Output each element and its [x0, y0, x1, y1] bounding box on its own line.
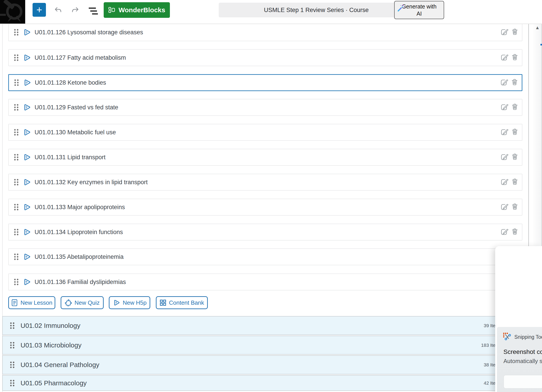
- edit-lesson-button[interactable]: [500, 53, 508, 62]
- edit-lesson-button[interactable]: [500, 103, 508, 112]
- section-row[interactable]: U01.04 General Pathology38 Items: [2, 355, 523, 374]
- edit-lesson-button[interactable]: [500, 28, 508, 37]
- edit-icon: [500, 153, 508, 161]
- wonderblocks-button[interactable]: WonderBlocks: [104, 2, 170, 18]
- edit-icon: [500, 53, 508, 61]
- drag-handle-icon[interactable]: [14, 79, 19, 86]
- snipping-tool-toast[interactable]: Snipping Tool Screenshot copied Automati…: [497, 327, 542, 392]
- toast-title: Screenshot copied: [504, 348, 542, 355]
- trash-icon: [510, 202, 519, 211]
- toast-screenshot-preview[interactable]: [504, 375, 542, 389]
- list-view-button[interactable]: [88, 7, 98, 17]
- lesson-row[interactable]: ?U01.01.129 Fasted vs fed state: [8, 99, 522, 116]
- drag-handle-icon[interactable]: [14, 203, 19, 211]
- svg-text:?: ?: [25, 280, 27, 284]
- wonderblocks-icon: [108, 7, 115, 13]
- drag-handle-icon[interactable]: [14, 128, 19, 136]
- scrollbar-up-arrow[interactable]: ▲: [533, 25, 542, 30]
- h5p-icon: ?: [22, 203, 31, 211]
- button-label: New H5p: [123, 299, 147, 306]
- svg-text:?: ?: [25, 230, 27, 234]
- edit-icon: [500, 28, 508, 36]
- edit-lesson-button[interactable]: [500, 78, 508, 87]
- generate-with-ai-label: Generate with AI: [400, 3, 438, 17]
- section-drag-handle-icon[interactable]: [9, 361, 15, 369]
- edit-icon: [500, 78, 508, 86]
- delete-lesson-button[interactable]: [510, 103, 519, 112]
- delete-lesson-button[interactable]: [510, 202, 519, 212]
- lesson-row[interactable]: ?U01.01.131 Lipid transport: [8, 149, 522, 166]
- h5p-icon: ?: [23, 78, 31, 87]
- edit-lesson-button[interactable]: [500, 202, 508, 212]
- trash-icon: [510, 78, 519, 86]
- edit-lesson-button[interactable]: [500, 178, 508, 187]
- lesson-row[interactable]: ?U01.01.127 Fatty acid metabolism: [8, 49, 522, 66]
- search-bar-title: USMLE Step 1 Review Series · Course: [219, 7, 414, 14]
- lesson-title: U01.01.129 Fasted vs fed state: [35, 104, 118, 111]
- section-row[interactable]: U01.02 Immunology39 Items: [2, 316, 523, 335]
- drag-handle-icon[interactable]: [14, 253, 19, 261]
- lesson-row[interactable]: ?U01.01.133 Major apolipoproteins: [8, 199, 522, 216]
- section-row[interactable]: U01.03 Microbiology183 Items: [2, 336, 523, 355]
- section-drag-handle-icon[interactable]: [9, 341, 15, 349]
- section-drag-handle-icon[interactable]: [9, 379, 15, 387]
- redo-button[interactable]: [70, 6, 80, 16]
- drag-handle-icon[interactable]: [14, 28, 19, 36]
- delete-lesson-button[interactable]: [510, 53, 519, 62]
- h5p-icon: ?: [22, 253, 31, 261]
- lesson-row[interactable]: ?U01.01.134 Lipoprotein functions: [8, 224, 522, 241]
- notification-flyout: Snipping Tool Screenshot copied Automati…: [495, 246, 542, 392]
- content-bank-button[interactable]: Content Bank: [156, 296, 208, 309]
- h5p-icon: ?: [22, 28, 31, 37]
- delete-lesson-button[interactable]: [510, 153, 519, 162]
- h5p-icon: ?: [22, 53, 31, 62]
- drag-handle-icon[interactable]: [14, 228, 19, 236]
- lesson-title: U01.01.134 Lipoprotein functions: [35, 229, 123, 236]
- trash-icon: [510, 153, 519, 161]
- svg-text:?: ?: [25, 255, 27, 259]
- scrollbar-position-marker: [540, 44, 542, 45]
- drag-handle-icon[interactable]: [14, 104, 19, 111]
- lesson-row[interactable]: ?U01.01.135 Abetalipoproteinemia: [8, 248, 522, 265]
- delete-lesson-button[interactable]: [510, 178, 519, 187]
- h5p-icon: ?: [22, 178, 31, 186]
- button-label: New Quiz: [75, 299, 100, 306]
- drag-handle-icon[interactable]: [14, 278, 19, 286]
- section-drag-handle-icon[interactable]: [9, 322, 15, 329]
- lesson-row[interactable]: ?U01.01.130 Metabolic fuel use: [8, 124, 522, 141]
- drag-handle-icon[interactable]: [14, 178, 19, 186]
- lesson-row[interactable]: ?U01.01.126 Lysosomal storage diseases: [8, 24, 522, 41]
- lesson-row[interactable]: ?U01.01.136 Familial dyslipidemias: [8, 274, 522, 291]
- vertical-scrollbar[interactable]: ▲: [533, 24, 542, 246]
- trash-icon: [510, 103, 519, 111]
- edit-lesson-button[interactable]: [500, 128, 508, 137]
- drag-handle-icon[interactable]: [14, 154, 19, 161]
- lesson-row[interactable]: ?U01.01.132 Key enzymes in lipid transpo…: [8, 174, 522, 191]
- undo-button[interactable]: [53, 6, 63, 16]
- lesson-title: U01.01.136 Familial dyslipidemias: [35, 279, 126, 286]
- new-lesson-button[interactable]: New Lesson: [8, 296, 55, 309]
- toast-app-name: Snipping Tool: [514, 334, 542, 340]
- top-toolbar: + WonderBlocks USMLE Step: [0, 0, 542, 24]
- toast-body: Automatically saved: [504, 358, 542, 365]
- h5p-icon: ?: [22, 278, 31, 286]
- lesson-row[interactable]: ?U01.01.128 Ketone bodies: [8, 74, 522, 91]
- delete-lesson-button[interactable]: [510, 78, 519, 87]
- delete-lesson-button[interactable]: [510, 28, 519, 37]
- content-scroll-divider: [528, 24, 529, 246]
- new-h5p-button[interactable]: ?New H5p: [109, 296, 150, 309]
- delete-lesson-button[interactable]: [510, 228, 519, 237]
- add-block-button[interactable]: +: [33, 3, 46, 17]
- lecturio-logo[interactable]: [0, 0, 25, 24]
- lesson-title: U01.01.130 Metabolic fuel use: [35, 129, 116, 136]
- new-quiz-button[interactable]: New Quiz: [61, 296, 104, 309]
- edit-lesson-button[interactable]: [500, 228, 508, 237]
- svg-text:?: ?: [115, 301, 117, 304]
- edit-lesson-button[interactable]: [500, 153, 508, 162]
- lesson-title: U01.01.126 Lysosomal storage diseases: [35, 29, 143, 36]
- section-row[interactable]: U01.05 Pharmacology42 Items: [2, 375, 523, 391]
- delete-lesson-button[interactable]: [510, 128, 519, 137]
- generate-with-ai-button[interactable]: Generate with AI: [394, 1, 444, 19]
- edit-icon: [500, 103, 508, 111]
- drag-handle-icon[interactable]: [14, 54, 19, 61]
